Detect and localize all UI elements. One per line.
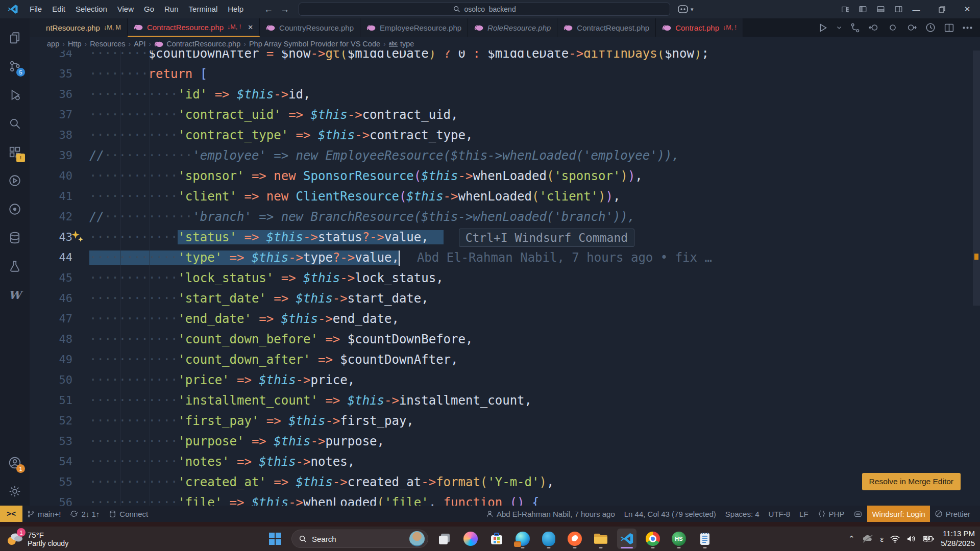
line-number[interactable]: 39 bbox=[30, 145, 89, 166]
tab-contract-php[interactable]: Contract.php↓M, ! bbox=[656, 18, 743, 37]
code-line-40[interactable]: 40············'sponsor' => new SponsorRe… bbox=[30, 166, 980, 186]
code-line-51[interactable]: 51············'installment_count' => $th… bbox=[30, 390, 980, 411]
breadcrumb-item-type[interactable]: abctype bbox=[389, 40, 414, 48]
code-line-47[interactable]: 47············'end_date' => $this->end_d… bbox=[30, 309, 980, 329]
code-line-49[interactable]: 49············'count_down_after' => $cou… bbox=[30, 349, 980, 370]
postman-icon[interactable] bbox=[565, 529, 584, 549]
line-number[interactable]: 35 bbox=[30, 64, 89, 84]
encoding[interactable]: UTF-8 bbox=[764, 506, 795, 522]
edge-work-icon[interactable] bbox=[513, 529, 532, 549]
code-line-44[interactable]: 44············'type' => $this->type?->va… bbox=[30, 247, 980, 268]
line-number[interactable]: 47 bbox=[30, 309, 89, 329]
extensions-icon[interactable]: ! bbox=[3, 138, 27, 166]
blue-app-icon[interactable] bbox=[539, 529, 558, 549]
next-change-button[interactable] bbox=[906, 22, 917, 33]
battery-icon[interactable] bbox=[923, 535, 934, 542]
code-line-37[interactable]: 37············'contract_uid' => $this->c… bbox=[30, 105, 980, 125]
code-line-41[interactable]: 41············'client' => new ClientReso… bbox=[30, 186, 980, 207]
tab-contractresource-php[interactable]: ContractResource.php↓M, !✕ bbox=[128, 18, 260, 37]
wifi-icon[interactable] bbox=[890, 535, 900, 543]
scrollbar-slider[interactable] bbox=[973, 51, 980, 306]
windsurf-login[interactable]: Windsurf: Login bbox=[867, 506, 929, 522]
line-content[interactable]: ········$countDownAfter = $now->gt($midd… bbox=[89, 51, 980, 64]
play-circle-icon[interactable] bbox=[3, 166, 27, 195]
menu-go[interactable]: Go bbox=[139, 0, 159, 18]
line-content[interactable]: ············'type' => $this->type?->valu… bbox=[89, 247, 980, 268]
timeline-button[interactable] bbox=[925, 22, 936, 33]
nav-back-button[interactable]: ← bbox=[264, 4, 273, 15]
file-explorer-icon[interactable] bbox=[591, 529, 610, 549]
onedrive-icon[interactable] bbox=[862, 534, 874, 543]
testing-icon[interactable] bbox=[3, 252, 27, 281]
db-connect[interactable]: Connect bbox=[104, 506, 153, 522]
code-editor[interactable]: 34········$countDownAfter = $now->gt($mi… bbox=[30, 51, 980, 506]
line-number[interactable]: 44 bbox=[30, 247, 89, 268]
line-number[interactable]: 41 bbox=[30, 186, 89, 207]
line-content[interactable]: ············'contract_type' => $this->co… bbox=[89, 125, 980, 145]
breadcrumb-item-resources[interactable]: Resources bbox=[90, 40, 125, 48]
language-indicator[interactable]: ε bbox=[880, 535, 884, 543]
vscode-icon[interactable] bbox=[617, 529, 636, 549]
start-button[interactable] bbox=[265, 529, 285, 549]
breadcrumb-item-api[interactable]: API bbox=[134, 40, 145, 48]
search-icon[interactable] bbox=[3, 109, 27, 138]
code-line-43[interactable]: 43············'status' => $this->status?… bbox=[30, 227, 980, 247]
line-number[interactable]: 55 bbox=[30, 472, 89, 492]
line-content[interactable]: ············'sponsor' => new SponsorReso… bbox=[89, 166, 980, 186]
code-line-45[interactable]: 45············'lock_status' => $this->lo… bbox=[30, 268, 980, 288]
line-content[interactable]: //············'employee' => new Employee… bbox=[89, 145, 980, 166]
line-content[interactable]: ············'price' => $this->price, bbox=[89, 370, 980, 390]
line-number[interactable]: 52 bbox=[30, 411, 89, 431]
menu-edit[interactable]: Edit bbox=[47, 0, 70, 18]
scrollbar[interactable] bbox=[973, 51, 980, 506]
command-center-search[interactable]: osolco_backend bbox=[299, 3, 670, 16]
line-number[interactable]: 38 bbox=[30, 125, 89, 145]
line-number[interactable]: 51 bbox=[30, 390, 89, 411]
minimize-button[interactable]: — bbox=[903, 0, 929, 18]
tab-contractrequest-php[interactable]: ContractRequest.php bbox=[557, 18, 656, 37]
line-number[interactable]: 36 bbox=[30, 84, 89, 105]
line-content[interactable]: ············'first_pay' => $this->first_… bbox=[89, 411, 980, 431]
remote-indicator[interactable]: >< bbox=[0, 506, 22, 522]
code-line-34[interactable]: 34········$countDownAfter = $now->gt($mi… bbox=[30, 51, 980, 64]
notepad-icon[interactable] bbox=[695, 529, 715, 549]
line-number[interactable]: 40 bbox=[30, 166, 89, 186]
layout-customize-button[interactable] bbox=[841, 6, 850, 13]
split-editor-button[interactable] bbox=[944, 22, 954, 33]
heidisql-icon[interactable]: HS bbox=[669, 529, 689, 549]
explorer-icon[interactable] bbox=[3, 23, 27, 52]
code-line-39[interactable]: 39//············'employee' => new Employ… bbox=[30, 145, 980, 166]
tab-roleresource-php[interactable]: RoleResource.php bbox=[468, 18, 557, 37]
tab-close-icon[interactable]: ✕ bbox=[248, 23, 253, 31]
line-content[interactable]: ············'contract_uid' => $this->con… bbox=[89, 105, 980, 125]
line-number[interactable]: 34 bbox=[30, 51, 89, 64]
close-button[interactable]: ✕ bbox=[954, 0, 980, 18]
menu-file[interactable]: File bbox=[24, 0, 47, 18]
sync-status[interactable]: 2↓ 1↑ bbox=[65, 506, 104, 522]
clock[interactable]: 11:13 PM 5/28/2025 bbox=[941, 529, 975, 548]
tab-countryresource-php[interactable]: CountryResource.php bbox=[260, 18, 360, 37]
volume-icon[interactable] bbox=[906, 535, 916, 543]
code-line-36[interactable]: 36············'id' => $this->id, bbox=[30, 84, 980, 105]
line-content[interactable]: ············'end_date' => $this->end_dat… bbox=[89, 309, 980, 329]
line-number[interactable]: 42 bbox=[30, 207, 89, 227]
restore-button[interactable] bbox=[929, 0, 954, 18]
line-content[interactable]: //············'branch' => new BranchReso… bbox=[89, 207, 980, 227]
code-line-50[interactable]: 50············'price' => $this->price, bbox=[30, 370, 980, 390]
circle-dot-icon[interactable] bbox=[3, 195, 27, 223]
task-view-icon[interactable] bbox=[435, 529, 454, 549]
code-line-35[interactable]: 35········return [ bbox=[30, 64, 980, 84]
resolve-merge-editor-button[interactable]: Resolve in Merge Editor bbox=[862, 473, 961, 490]
weather-widget[interactable]: 1 75°F Partly cloudy bbox=[5, 530, 68, 548]
line-number[interactable]: 56 bbox=[30, 492, 89, 506]
line-content[interactable]: ············'start_date' => $this->start… bbox=[89, 288, 980, 309]
line-content[interactable]: ············'count_down_after' => $count… bbox=[89, 349, 980, 370]
line-number[interactable]: 46 bbox=[30, 288, 89, 309]
menu-view[interactable]: View bbox=[112, 0, 139, 18]
line-content[interactable]: ············'id' => $this->id, bbox=[89, 84, 980, 105]
tab-employeeresource-php[interactable]: EmployeeResource.php bbox=[360, 18, 468, 37]
line-number[interactable]: 54 bbox=[30, 452, 89, 472]
windsurf-sparkle-icon[interactable] bbox=[70, 230, 85, 245]
language-mode[interactable]: PHP bbox=[813, 506, 849, 522]
breadcrumb-item-php-array-symbol-provider-for-vs-code[interactable]: Php Array Symbol Provider for VS Code bbox=[249, 40, 380, 48]
